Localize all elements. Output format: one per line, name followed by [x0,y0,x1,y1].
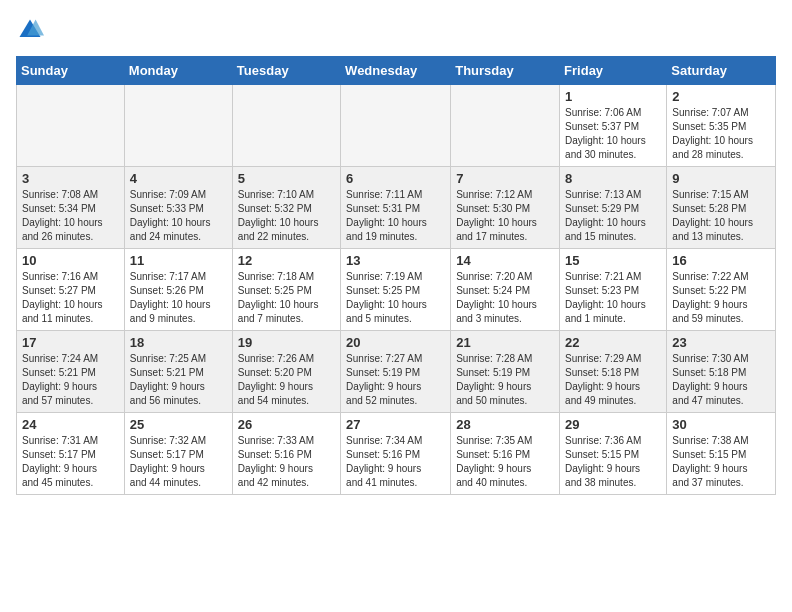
calendar-cell: 19Sunrise: 7:26 AM Sunset: 5:20 PM Dayli… [232,331,340,413]
calendar-cell: 13Sunrise: 7:19 AM Sunset: 5:25 PM Dayli… [341,249,451,331]
calendar-cell: 29Sunrise: 7:36 AM Sunset: 5:15 PM Dayli… [560,413,667,495]
day-info: Sunrise: 7:18 AM Sunset: 5:25 PM Dayligh… [238,270,335,326]
day-number: 6 [346,171,445,186]
calendar-cell: 28Sunrise: 7:35 AM Sunset: 5:16 PM Dayli… [451,413,560,495]
calendar-cell: 16Sunrise: 7:22 AM Sunset: 5:22 PM Dayli… [667,249,776,331]
calendar-cell: 26Sunrise: 7:33 AM Sunset: 5:16 PM Dayli… [232,413,340,495]
day-info: Sunrise: 7:15 AM Sunset: 5:28 PM Dayligh… [672,188,770,244]
day-info: Sunrise: 7:38 AM Sunset: 5:15 PM Dayligh… [672,434,770,490]
day-info: Sunrise: 7:26 AM Sunset: 5:20 PM Dayligh… [238,352,335,408]
day-info: Sunrise: 7:25 AM Sunset: 5:21 PM Dayligh… [130,352,227,408]
day-number: 4 [130,171,227,186]
calendar-cell: 9Sunrise: 7:15 AM Sunset: 5:28 PM Daylig… [667,167,776,249]
calendar-cell [232,85,340,167]
calendar-cell: 7Sunrise: 7:12 AM Sunset: 5:30 PM Daylig… [451,167,560,249]
calendar-cell: 4Sunrise: 7:09 AM Sunset: 5:33 PM Daylig… [124,167,232,249]
day-number: 24 [22,417,119,432]
day-info: Sunrise: 7:09 AM Sunset: 5:33 PM Dayligh… [130,188,227,244]
calendar-cell: 6Sunrise: 7:11 AM Sunset: 5:31 PM Daylig… [341,167,451,249]
day-number: 15 [565,253,661,268]
day-number: 28 [456,417,554,432]
day-number: 21 [456,335,554,350]
logo-icon [16,16,44,44]
calendar-week-row: 1Sunrise: 7:06 AM Sunset: 5:37 PM Daylig… [17,85,776,167]
day-info: Sunrise: 7:10 AM Sunset: 5:32 PM Dayligh… [238,188,335,244]
calendar-cell: 18Sunrise: 7:25 AM Sunset: 5:21 PM Dayli… [124,331,232,413]
day-number: 29 [565,417,661,432]
day-info: Sunrise: 7:16 AM Sunset: 5:27 PM Dayligh… [22,270,119,326]
day-info: Sunrise: 7:08 AM Sunset: 5:34 PM Dayligh… [22,188,119,244]
calendar-cell: 24Sunrise: 7:31 AM Sunset: 5:17 PM Dayli… [17,413,125,495]
weekday-header-tuesday: Tuesday [232,57,340,85]
day-number: 9 [672,171,770,186]
day-number: 2 [672,89,770,104]
day-info: Sunrise: 7:21 AM Sunset: 5:23 PM Dayligh… [565,270,661,326]
day-number: 19 [238,335,335,350]
day-info: Sunrise: 7:30 AM Sunset: 5:18 PM Dayligh… [672,352,770,408]
calendar-cell: 14Sunrise: 7:20 AM Sunset: 5:24 PM Dayli… [451,249,560,331]
day-number: 10 [22,253,119,268]
day-info: Sunrise: 7:27 AM Sunset: 5:19 PM Dayligh… [346,352,445,408]
day-number: 1 [565,89,661,104]
day-number: 16 [672,253,770,268]
day-info: Sunrise: 7:34 AM Sunset: 5:16 PM Dayligh… [346,434,445,490]
day-number: 14 [456,253,554,268]
weekday-header-monday: Monday [124,57,232,85]
weekday-header-saturday: Saturday [667,57,776,85]
day-info: Sunrise: 7:22 AM Sunset: 5:22 PM Dayligh… [672,270,770,326]
calendar-cell: 1Sunrise: 7:06 AM Sunset: 5:37 PM Daylig… [560,85,667,167]
calendar-cell: 12Sunrise: 7:18 AM Sunset: 5:25 PM Dayli… [232,249,340,331]
day-number: 20 [346,335,445,350]
day-number: 23 [672,335,770,350]
calendar-week-row: 10Sunrise: 7:16 AM Sunset: 5:27 PM Dayli… [17,249,776,331]
day-info: Sunrise: 7:12 AM Sunset: 5:30 PM Dayligh… [456,188,554,244]
calendar-cell [17,85,125,167]
calendar-cell: 8Sunrise: 7:13 AM Sunset: 5:29 PM Daylig… [560,167,667,249]
day-number: 22 [565,335,661,350]
weekday-header-wednesday: Wednesday [341,57,451,85]
day-number: 7 [456,171,554,186]
calendar-cell: 25Sunrise: 7:32 AM Sunset: 5:17 PM Dayli… [124,413,232,495]
day-info: Sunrise: 7:33 AM Sunset: 5:16 PM Dayligh… [238,434,335,490]
day-info: Sunrise: 7:17 AM Sunset: 5:26 PM Dayligh… [130,270,227,326]
day-info: Sunrise: 7:28 AM Sunset: 5:19 PM Dayligh… [456,352,554,408]
day-number: 11 [130,253,227,268]
calendar-week-row: 3Sunrise: 7:08 AM Sunset: 5:34 PM Daylig… [17,167,776,249]
calendar: SundayMondayTuesdayWednesdayThursdayFrid… [16,56,776,495]
day-number: 17 [22,335,119,350]
day-info: Sunrise: 7:36 AM Sunset: 5:15 PM Dayligh… [565,434,661,490]
day-info: Sunrise: 7:24 AM Sunset: 5:21 PM Dayligh… [22,352,119,408]
calendar-cell: 27Sunrise: 7:34 AM Sunset: 5:16 PM Dayli… [341,413,451,495]
day-info: Sunrise: 7:35 AM Sunset: 5:16 PM Dayligh… [456,434,554,490]
calendar-cell: 11Sunrise: 7:17 AM Sunset: 5:26 PM Dayli… [124,249,232,331]
day-number: 25 [130,417,227,432]
calendar-cell: 2Sunrise: 7:07 AM Sunset: 5:35 PM Daylig… [667,85,776,167]
day-info: Sunrise: 7:31 AM Sunset: 5:17 PM Dayligh… [22,434,119,490]
day-info: Sunrise: 7:20 AM Sunset: 5:24 PM Dayligh… [456,270,554,326]
weekday-header-friday: Friday [560,57,667,85]
day-number: 12 [238,253,335,268]
day-number: 3 [22,171,119,186]
day-info: Sunrise: 7:06 AM Sunset: 5:37 PM Dayligh… [565,106,661,162]
calendar-cell [341,85,451,167]
calendar-cell: 22Sunrise: 7:29 AM Sunset: 5:18 PM Dayli… [560,331,667,413]
calendar-cell: 5Sunrise: 7:10 AM Sunset: 5:32 PM Daylig… [232,167,340,249]
calendar-cell: 20Sunrise: 7:27 AM Sunset: 5:19 PM Dayli… [341,331,451,413]
calendar-cell [451,85,560,167]
day-info: Sunrise: 7:07 AM Sunset: 5:35 PM Dayligh… [672,106,770,162]
day-number: 13 [346,253,445,268]
day-info: Sunrise: 7:13 AM Sunset: 5:29 PM Dayligh… [565,188,661,244]
day-info: Sunrise: 7:11 AM Sunset: 5:31 PM Dayligh… [346,188,445,244]
day-info: Sunrise: 7:32 AM Sunset: 5:17 PM Dayligh… [130,434,227,490]
weekday-header-row: SundayMondayTuesdayWednesdayThursdayFrid… [17,57,776,85]
day-number: 18 [130,335,227,350]
calendar-cell: 15Sunrise: 7:21 AM Sunset: 5:23 PM Dayli… [560,249,667,331]
day-number: 26 [238,417,335,432]
day-number: 27 [346,417,445,432]
calendar-cell [124,85,232,167]
weekday-header-sunday: Sunday [17,57,125,85]
page-header [16,16,776,44]
calendar-cell: 23Sunrise: 7:30 AM Sunset: 5:18 PM Dayli… [667,331,776,413]
calendar-cell: 17Sunrise: 7:24 AM Sunset: 5:21 PM Dayli… [17,331,125,413]
calendar-cell: 30Sunrise: 7:38 AM Sunset: 5:15 PM Dayli… [667,413,776,495]
